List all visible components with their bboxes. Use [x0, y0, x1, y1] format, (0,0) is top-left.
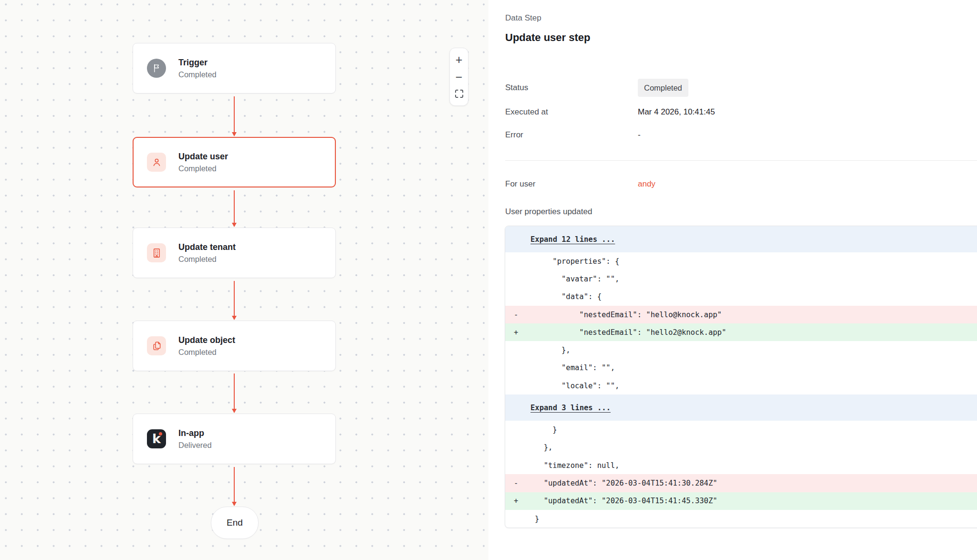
- flag-icon: [147, 59, 166, 78]
- diff-line-text: },: [505, 346, 571, 354]
- field-value: -: [638, 130, 641, 140]
- for-user-label: For user: [505, 179, 535, 189]
- workflow-node-update-tenant[interactable]: Update tenantCompleted: [133, 228, 336, 278]
- diff-expand-row: Expand 12 lines ...: [505, 226, 977, 252]
- node-status: Completed: [178, 164, 228, 173]
- properties-section-label: User properties updated: [505, 202, 592, 221]
- node-title: Update object: [178, 335, 235, 345]
- field-label: Error: [505, 130, 523, 140]
- diff-line-del: - "nestedEmail": "hello@knock.app": [505, 306, 977, 323]
- step-detail-panel: Data Step Update user step StatusComplet…: [488, 0, 977, 560]
- canvas-zoom-controls: +−: [449, 48, 468, 106]
- workflow-end-node[interactable]: End: [211, 507, 259, 539]
- fullscreen-icon: [455, 88, 464, 100]
- flow-arrow: [234, 373, 235, 409]
- for-user-row: For user andy: [488, 175, 977, 194]
- diff-line-text: },: [505, 443, 552, 452]
- diff-line-text: "updatedAt": "2026-03-04T15:41:45.330Z": [505, 497, 717, 505]
- diff-line-context: }: [505, 421, 977, 438]
- diff-line-text: "data": {: [505, 292, 602, 301]
- diff-line-context: "email": "",: [505, 359, 977, 377]
- flow-arrow: [234, 467, 235, 502]
- plus-button[interactable]: +: [452, 52, 466, 67]
- diff-expand-row: Expand 3 lines ...: [505, 394, 977, 421]
- diff-line-context: "locale": "",: [505, 377, 977, 394]
- building-icon: [147, 243, 166, 262]
- workflow-debugger: TriggerCompletedUpdate userCompletedUpda…: [0, 0, 977, 560]
- field-row: Executed atMar 4 2026, 10:41:45: [488, 103, 977, 122]
- diff-line-text: "timezone": null,: [505, 461, 619, 470]
- field-label: Status: [505, 83, 528, 93]
- diff-line-text: "email": "",: [505, 363, 615, 372]
- diff-line-context: },: [505, 439, 977, 456]
- diff-line-context: "data": {: [505, 288, 977, 306]
- node-status: Completed: [178, 255, 236, 264]
- field-label: Executed at: [505, 107, 548, 117]
- node-status: Delivered: [178, 441, 212, 450]
- workflow-node-update-user[interactable]: Update userCompleted: [133, 137, 336, 187]
- diff-line-text: }: [505, 515, 539, 523]
- user-icon: [147, 153, 166, 172]
- diff-line-context: "avatar": "",: [505, 270, 977, 288]
- workflow-node-trigger[interactable]: TriggerCompleted: [133, 43, 336, 93]
- field-row: Error-: [488, 125, 977, 145]
- step-type-label: Data Step: [505, 13, 541, 23]
- expand-lines-link[interactable]: Expand 12 lines ...: [530, 235, 615, 244]
- page-title: Update user step: [505, 31, 591, 44]
- properties-diff-block: Expand 12 lines ... "properties": { "ava…: [505, 226, 977, 528]
- diff-line-add: + "updatedAt": "2026-03-04T15:41:45.330Z…: [505, 492, 977, 510]
- for-user-link[interactable]: andy: [638, 179, 655, 189]
- workflow-node-update-object[interactable]: Update objectCompleted: [133, 321, 336, 371]
- diff-line-text: "nestedEmail": "hello2@knock.app": [505, 328, 726, 337]
- plus-icon: +: [456, 54, 463, 66]
- diff-line-text: }: [505, 425, 557, 434]
- knock-icon: k: [147, 429, 166, 448]
- diff-line-context: },: [505, 341, 977, 359]
- diff-sign: -: [514, 311, 518, 319]
- diff-line-context: "timezone": null,: [505, 456, 977, 474]
- flow-arrow: [234, 190, 235, 223]
- diff-sign: +: [514, 497, 518, 505]
- section-divider: [505, 160, 977, 161]
- workflow-canvas[interactable]: TriggerCompletedUpdate userCompletedUpda…: [0, 0, 489, 560]
- field-value: Mar 4 2026, 10:41:45: [638, 107, 715, 117]
- copy-icon: [147, 336, 166, 355]
- diff-line-text: "locale": "",: [505, 382, 619, 390]
- diff-sign: +: [514, 328, 518, 337]
- diff-line-text: "properties": {: [505, 257, 619, 266]
- node-status: Completed: [178, 70, 217, 79]
- minus-button[interactable]: −: [452, 70, 466, 84]
- end-label: End: [227, 518, 243, 528]
- fullscreen-button[interactable]: [452, 87, 466, 101]
- node-title: Update user: [178, 152, 228, 162]
- flow-arrow: [234, 96, 235, 133]
- node-title: In-app: [178, 428, 212, 438]
- knock-logo-dot: [159, 432, 162, 436]
- diff-line-text: "updatedAt": "2026-03-04T15:41:30.284Z": [505, 479, 717, 487]
- workflow-node-in-app[interactable]: kIn-appDelivered: [133, 414, 336, 464]
- diff-line-add: + "nestedEmail": "hello2@knock.app": [505, 323, 977, 341]
- diff-line-text: "avatar": "",: [505, 275, 619, 283]
- diff-line-text: "nestedEmail": "hello@knock.app": [505, 311, 722, 319]
- minus-icon: −: [456, 71, 463, 83]
- field-row: StatusCompleted: [488, 78, 977, 97]
- diff-sign: -: [514, 479, 518, 487]
- diff-line-del: - "updatedAt": "2026-03-04T15:41:30.284Z…: [505, 474, 977, 492]
- node-title: Trigger: [178, 58, 217, 68]
- diff-line-context: "properties": {: [505, 252, 977, 270]
- flow-arrow: [234, 281, 235, 316]
- node-title: Update tenant: [178, 242, 236, 252]
- diff-line-context: }: [505, 510, 977, 528]
- status-badge: Completed: [638, 79, 688, 97]
- expand-lines-link[interactable]: Expand 3 lines ...: [530, 404, 611, 412]
- node-status: Completed: [178, 348, 235, 357]
